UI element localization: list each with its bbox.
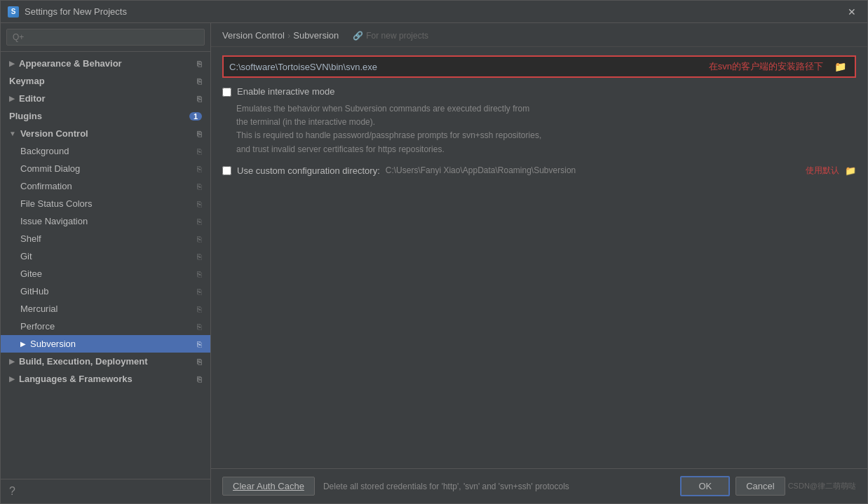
ok-button[interactable]: OK xyxy=(680,476,730,496)
copy-icon-file-status-colors: ⎘ xyxy=(197,200,202,208)
sidebar-item-commit-dialog[interactable]: Commit Dialog⎘ xyxy=(1,160,210,177)
settings-panel: 在svn的客户端的安装路径下 📁 Enable interactive mode… xyxy=(211,47,867,468)
sidebar-item-confirmation[interactable]: Confirmation⎘ xyxy=(1,177,210,195)
sidebar-item-label-plugins: Plugins xyxy=(9,111,42,121)
sidebar-item-subversion[interactable]: ▶Subversion⎘ xyxy=(1,335,210,353)
breadcrumb-hint: 🔗 For new projects xyxy=(353,31,428,41)
sidebar-item-appearance[interactable]: ▶Appearance & Behavior⎘ xyxy=(1,55,210,72)
copy-icon-build-execution: ⎘ xyxy=(197,357,202,366)
title-bar: S Settings for New Projects ✕ xyxy=(1,1,867,23)
sidebar-item-label-subversion: Subversion xyxy=(30,339,76,349)
svn-path-row: 在svn的客户端的安装路径下 📁 xyxy=(222,55,856,78)
copy-icon-mercurial: ⎘ xyxy=(197,305,202,313)
sidebar-item-version-control[interactable]: ▼Version Control⎘ xyxy=(1,125,210,142)
copy-icon-confirmation: ⎘ xyxy=(197,182,202,191)
bottom-bar: Clear Auth Cache Delete all stored crede… xyxy=(211,468,867,503)
sidebar-item-gitee[interactable]: Gitee⎘ xyxy=(1,265,210,282)
custom-config-row: Use custom configuration directory: C:\U… xyxy=(222,165,856,177)
sidebar-tree: ▶Appearance & Behavior⎘Keymap⎘▶Editor⎘Pl… xyxy=(1,52,210,479)
window-title: Settings for New Projects xyxy=(25,6,843,17)
breadcrumb-hint-text: For new projects xyxy=(366,31,428,41)
sidebar-item-label-file-status-colors: File Status Colors xyxy=(20,198,93,209)
custom-config-label[interactable]: Use custom configuration directory: xyxy=(237,165,380,176)
search-input[interactable] xyxy=(6,29,205,46)
sidebar-item-label-confirmation: Confirmation xyxy=(20,181,72,191)
svn-path-input[interactable] xyxy=(229,62,700,72)
cache-description: Delete all stored credentials for 'http'… xyxy=(323,482,680,491)
clear-cache-button[interactable]: Clear Auth Cache xyxy=(222,477,315,496)
copy-icon-gitee: ⎘ xyxy=(197,270,202,278)
copy-icon-languages-frameworks: ⎘ xyxy=(197,375,202,383)
sidebar-item-label-git: Git xyxy=(20,251,32,261)
sidebar-item-label-keymap: Keymap xyxy=(9,76,45,86)
sidebar-item-label-editor: Editor xyxy=(19,93,46,104)
copy-icon-background: ⎘ xyxy=(197,147,202,156)
copy-icon-keymap: ⎘ xyxy=(197,77,202,86)
breadcrumb-separator: › xyxy=(287,30,290,41)
sidebar-item-label-appearance: Appearance & Behavior xyxy=(19,58,122,69)
sidebar-item-label-gitee: Gitee xyxy=(20,268,42,279)
sidebar-item-languages-frameworks[interactable]: ▶Languages & Frameworks⎘ xyxy=(1,370,210,388)
sidebar-item-perforce[interactable]: Perforce⎘ xyxy=(1,318,210,335)
sidebar-item-label-build-execution: Build, Execution, Deployment xyxy=(19,356,147,367)
copy-icon-issue-navigation: ⎘ xyxy=(197,217,202,226)
interactive-mode-label[interactable]: Enable interactive mode xyxy=(237,86,334,97)
sidebar-item-file-status-colors[interactable]: File Status Colors⎘ xyxy=(1,195,210,212)
cancel-button[interactable]: Cancel xyxy=(735,477,785,496)
sidebar-item-label-version-control: Version Control xyxy=(20,128,88,139)
sidebar-item-label-background: Background xyxy=(20,146,69,156)
interactive-mode-row: Enable interactive mode xyxy=(222,86,856,97)
copy-icon-editor: ⎘ xyxy=(197,95,202,103)
custom-config-hint: 使用默认 xyxy=(806,165,839,177)
sidebar-item-mercurial[interactable]: Mercurial⎘ xyxy=(1,300,210,318)
sidebar-item-label-languages-frameworks: Languages & Frameworks xyxy=(19,374,133,384)
sidebar-item-label-commit-dialog: Commit Dialog xyxy=(20,163,80,174)
sidebar-item-label-shelf: Shelf xyxy=(20,233,41,244)
sidebar: ▶Appearance & Behavior⎘Keymap⎘▶Editor⎘Pl… xyxy=(1,23,211,503)
sidebar-item-keymap[interactable]: Keymap⎘ xyxy=(1,72,210,90)
sidebar-item-label-github: GitHub xyxy=(20,286,48,297)
content-area: ▶Appearance & Behavior⎘Keymap⎘▶Editor⎘Pl… xyxy=(1,23,867,503)
sidebar-bottom: ? xyxy=(1,479,210,503)
sidebar-item-editor[interactable]: ▶Editor⎘ xyxy=(1,90,210,107)
interactive-mode-description: Emulates the behavior when Subversion co… xyxy=(236,102,856,156)
sidebar-item-github[interactable]: GitHub⎘ xyxy=(1,282,210,300)
help-icon[interactable]: ? xyxy=(9,485,15,497)
copy-icon-git: ⎘ xyxy=(197,252,202,261)
sidebar-item-shelf[interactable]: Shelf⎘ xyxy=(1,230,210,247)
sidebar-item-plugins[interactable]: Plugins1 xyxy=(1,107,210,125)
app-icon: S xyxy=(8,6,19,18)
copy-icon-commit-dialog: ⎘ xyxy=(197,165,202,173)
breadcrumb-hint-icon: 🔗 xyxy=(353,31,363,41)
custom-config-folder-button[interactable]: 📁 xyxy=(845,165,856,176)
sidebar-item-label-perforce: Perforce xyxy=(20,321,55,332)
search-box xyxy=(1,23,210,52)
settings-window: S Settings for New Projects ✕ ▶Appearanc… xyxy=(0,0,868,504)
custom-config-checkbox[interactable] xyxy=(222,166,231,175)
badge-plugins: 1 xyxy=(189,112,202,121)
copy-icon-perforce: ⎘ xyxy=(197,322,202,331)
copy-icon-shelf: ⎘ xyxy=(197,235,202,243)
sidebar-item-background[interactable]: Background⎘ xyxy=(1,142,210,160)
breadcrumb-root: Version Control xyxy=(222,30,285,41)
sidebar-item-label-issue-navigation: Issue Navigation xyxy=(20,216,88,226)
copy-icon-subversion: ⎘ xyxy=(197,340,202,348)
watermark: CSDN@律二萌萌哒 xyxy=(788,481,856,491)
svn-path-hint: 在svn的客户端的安装路径下 xyxy=(709,60,823,73)
close-button[interactable]: ✕ xyxy=(843,5,860,19)
main-content: Version Control › Subversion 🔗 For new p… xyxy=(211,23,867,503)
sidebar-item-git[interactable]: Git⎘ xyxy=(1,247,210,265)
copy-icon-version-control: ⎘ xyxy=(197,130,202,138)
svn-path-folder-button[interactable]: 📁 xyxy=(832,60,849,74)
breadcrumb-bar: Version Control › Subversion 🔗 For new p… xyxy=(211,23,867,47)
copy-icon-appearance: ⎘ xyxy=(197,60,202,68)
copy-icon-github: ⎘ xyxy=(197,287,202,296)
sidebar-item-issue-navigation[interactable]: Issue Navigation⎘ xyxy=(1,212,210,230)
interactive-mode-checkbox[interactable] xyxy=(222,88,231,97)
sidebar-item-label-mercurial: Mercurial xyxy=(20,304,57,314)
custom-config-path: C:\Users\Fanyi Xiao\AppData\Roaming\Subv… xyxy=(386,165,800,175)
sidebar-item-build-execution[interactable]: ▶Build, Execution, Deployment⎘ xyxy=(1,353,210,370)
breadcrumb-current: Subversion xyxy=(293,30,339,41)
